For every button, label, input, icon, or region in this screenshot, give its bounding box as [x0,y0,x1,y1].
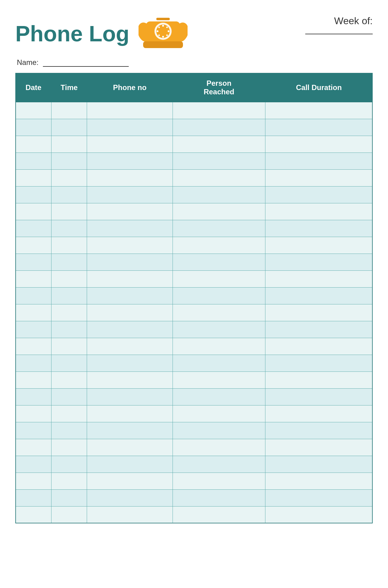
table-row[interactable] [16,287,372,304]
name-input-line[interactable] [43,61,129,67]
table-row[interactable] [16,321,372,338]
cell-row15-col2[interactable] [87,355,173,371]
cell-row17-col0[interactable] [16,388,51,405]
table-row[interactable] [16,355,372,371]
cell-row10-col4[interactable] [265,270,372,287]
cell-row12-col3[interactable] [173,304,265,321]
cell-row6-col1[interactable] [51,203,87,220]
cell-row24-col4[interactable] [265,506,372,523]
cell-row21-col4[interactable] [265,456,372,473]
cell-row20-col2[interactable] [87,439,173,456]
table-row[interactable] [16,506,372,523]
cell-row13-col1[interactable] [51,321,87,338]
cell-row24-col1[interactable] [51,506,87,523]
cell-row2-col0[interactable] [16,136,51,153]
cell-row2-col2[interactable] [87,136,173,153]
cell-row19-col1[interactable] [51,422,87,439]
cell-row24-col0[interactable] [16,506,51,523]
cell-row23-col2[interactable] [87,489,173,506]
cell-row22-col1[interactable] [51,473,87,489]
table-row[interactable] [16,203,372,220]
cell-row10-col0[interactable] [16,270,51,287]
cell-row3-col1[interactable] [51,153,87,169]
cell-row20-col4[interactable] [265,439,372,456]
cell-row5-col4[interactable] [265,186,372,203]
cell-row0-col4[interactable] [265,102,372,119]
table-row[interactable] [16,102,372,119]
cell-row21-col3[interactable] [173,456,265,473]
cell-row13-col0[interactable] [16,321,51,338]
cell-row19-col3[interactable] [173,422,265,439]
cell-row5-col3[interactable] [173,186,265,203]
cell-row22-col4[interactable] [265,473,372,489]
table-row[interactable] [16,388,372,405]
cell-row7-col1[interactable] [51,220,87,237]
table-row[interactable] [16,338,372,355]
cell-row15-col1[interactable] [51,355,87,371]
cell-row12-col4[interactable] [265,304,372,321]
cell-row9-col2[interactable] [87,254,173,270]
cell-row1-col3[interactable] [173,119,265,136]
cell-row15-col0[interactable] [16,355,51,371]
cell-row17-col1[interactable] [51,388,87,405]
cell-row19-col2[interactable] [87,422,173,439]
cell-row16-col0[interactable] [16,371,51,388]
table-row[interactable] [16,473,372,489]
cell-row6-col2[interactable] [87,203,173,220]
cell-row0-col2[interactable] [87,102,173,119]
cell-row7-col2[interactable] [87,220,173,237]
cell-row17-col2[interactable] [87,388,173,405]
cell-row4-col3[interactable] [173,169,265,186]
cell-row2-col1[interactable] [51,136,87,153]
cell-row23-col3[interactable] [173,489,265,506]
cell-row8-col1[interactable] [51,237,87,254]
cell-row12-col0[interactable] [16,304,51,321]
cell-row1-col1[interactable] [51,119,87,136]
cell-row11-col2[interactable] [87,287,173,304]
cell-row16-col4[interactable] [265,371,372,388]
cell-row11-col3[interactable] [173,287,265,304]
cell-row17-col3[interactable] [173,388,265,405]
cell-row1-col2[interactable] [87,119,173,136]
cell-row13-col2[interactable] [87,321,173,338]
table-row[interactable] [16,456,372,473]
cell-row22-col2[interactable] [87,473,173,489]
cell-row4-col4[interactable] [265,169,372,186]
cell-row10-col3[interactable] [173,270,265,287]
cell-row8-col3[interactable] [173,237,265,254]
cell-row3-col3[interactable] [173,153,265,169]
cell-row10-col1[interactable] [51,270,87,287]
cell-row13-col4[interactable] [265,321,372,338]
cell-row4-col2[interactable] [87,169,173,186]
cell-row0-col3[interactable] [173,102,265,119]
cell-row18-col0[interactable] [16,405,51,422]
table-row[interactable] [16,119,372,136]
cell-row21-col1[interactable] [51,456,87,473]
table-row[interactable] [16,186,372,203]
table-row[interactable] [16,136,372,153]
cell-row18-col2[interactable] [87,405,173,422]
cell-row16-col1[interactable] [51,371,87,388]
table-row[interactable] [16,422,372,439]
cell-row1-col4[interactable] [265,119,372,136]
cell-row14-col2[interactable] [87,338,173,355]
cell-row22-col3[interactable] [173,473,265,489]
cell-row23-col4[interactable] [265,489,372,506]
cell-row3-col4[interactable] [265,153,372,169]
cell-row5-col0[interactable] [16,186,51,203]
cell-row7-col0[interactable] [16,220,51,237]
cell-row18-col3[interactable] [173,405,265,422]
table-row[interactable] [16,489,372,506]
cell-row13-col3[interactable] [173,321,265,338]
cell-row6-col4[interactable] [265,203,372,220]
cell-row0-col1[interactable] [51,102,87,119]
cell-row23-col0[interactable] [16,489,51,506]
cell-row15-col3[interactable] [173,355,265,371]
cell-row2-col3[interactable] [173,136,265,153]
week-input-line[interactable] [305,28,373,34]
cell-row14-col1[interactable] [51,338,87,355]
cell-row19-col0[interactable] [16,422,51,439]
cell-row4-col1[interactable] [51,169,87,186]
cell-row20-col1[interactable] [51,439,87,456]
cell-row6-col3[interactable] [173,203,265,220]
